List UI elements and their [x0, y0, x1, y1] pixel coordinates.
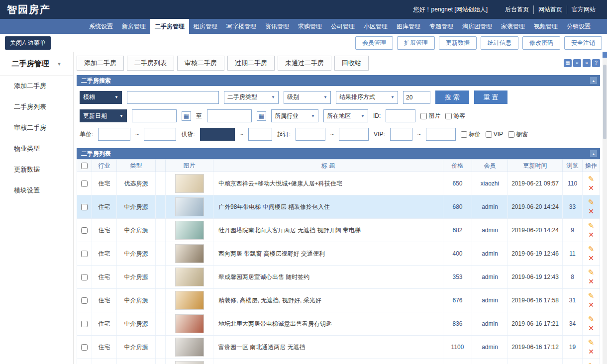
nav-tab[interactable]: 公司管理	[326, 19, 359, 34]
listing-thumbnail[interactable]	[175, 268, 204, 286]
row-checkbox[interactable]	[81, 344, 88, 351]
page-tab[interactable]: 添加二手房	[77, 56, 124, 71]
page-tab[interactable]: 回收站	[334, 56, 369, 71]
nav-tab[interactable]: 专题管理	[425, 19, 458, 34]
edit-icon[interactable]: ✎	[588, 245, 595, 254]
house-type-select[interactable]: 二手房类型 ▼	[224, 91, 279, 104]
scroll-up-arrow[interactable]	[603, 52, 607, 58]
sidebar-item[interactable]: 模块设置	[0, 180, 73, 201]
row-checkbox[interactable]	[81, 251, 88, 257]
row-checkbox[interactable]	[81, 227, 88, 234]
window-checkbox[interactable]	[508, 131, 514, 138]
scrollbar-thumb[interactable]	[603, 65, 607, 139]
min-order-min-input[interactable]	[296, 128, 325, 141]
date-from-input[interactable]	[132, 109, 177, 122]
delete-icon[interactable]: ✕	[588, 325, 594, 332]
vertical-scrollbar[interactable]	[603, 52, 607, 364]
date-to-input[interactable]	[207, 109, 252, 122]
sidebar-item[interactable]: 更新数据	[0, 159, 73, 180]
delete-icon[interactable]: ✕	[588, 231, 594, 239]
nav-tab[interactable]: 视频管理	[529, 19, 562, 34]
edit-icon[interactable]: ✎	[588, 339, 595, 347]
toolbar-button[interactable]: 统计信息	[481, 36, 518, 50]
row-checkbox[interactable]	[81, 204, 88, 210]
select-all-checkbox[interactable]	[81, 163, 88, 169]
listing-title-link[interactable]: 西向两居 带飘窗 高楼层视野好 交通便利	[218, 250, 325, 258]
listing-thumbnail[interactable]	[175, 221, 204, 240]
listing-thumbnail[interactable]	[175, 174, 204, 193]
row-checkbox[interactable]	[81, 321, 88, 327]
price-min-input[interactable]	[98, 128, 130, 141]
nav-tab[interactable]: 系统设置	[85, 19, 117, 34]
edit-icon[interactable]: ✎	[588, 292, 595, 300]
nav-tab[interactable]: 分销设置	[562, 19, 595, 34]
listing-thumbnail[interactable]	[175, 314, 204, 333]
listing-title-link[interactable]: 牡丹园塔院南北向大客厅两居 无遮挡 视野开阔 带电梯	[218, 226, 361, 235]
collapse-icon[interactable]: ▲	[590, 77, 597, 84]
search-button[interactable]: 搜 索	[435, 91, 469, 104]
delete-icon[interactable]: ✕	[588, 184, 594, 192]
edit-icon[interactable]: ✎	[588, 362, 595, 364]
next-icon[interactable]: »	[583, 59, 591, 67]
page-size-input[interactable]	[403, 91, 430, 104]
listing-title-link[interactable]: 翠成馨园两居室诚心出售 随时签约	[218, 273, 309, 281]
page-tab[interactable]: 过期二手房	[227, 56, 275, 71]
listing-title-link[interactable]: 中粮京西祥云+移动大悦城+健康人居+科技住宅	[218, 180, 342, 188]
edit-icon[interactable]: ✎	[588, 315, 595, 324]
nav-tab[interactable]: 二手房管理	[150, 19, 189, 34]
date-field-select[interactable]: 更新日期 ▼	[80, 109, 127, 122]
nav-tab[interactable]: 租房管理	[189, 19, 222, 34]
reset-button[interactable]: 重 置	[474, 91, 508, 104]
sidebar-item[interactable]: 二手房列表	[0, 96, 73, 117]
toolbar-button[interactable]: 扩展管理	[397, 36, 435, 50]
row-checkbox[interactable]	[81, 274, 88, 280]
delete-icon[interactable]: ✕	[588, 208, 594, 215]
vip-max-input[interactable]	[426, 128, 456, 141]
nav-tab[interactable]: 写字楼管理	[222, 19, 261, 34]
nav-tab[interactable]: 资讯管理	[261, 19, 294, 34]
delete-icon[interactable]: ✕	[588, 255, 594, 262]
supply-min-input[interactable]	[200, 128, 235, 141]
prev-icon[interactable]: «	[573, 59, 581, 67]
nav-tab[interactable]: 小区管理	[359, 19, 392, 34]
delete-icon[interactable]: ✕	[588, 301, 594, 309]
region-select[interactable]: 所在地区 ▼	[323, 109, 368, 122]
topbar-link[interactable]: 后台首页	[501, 5, 533, 14]
delete-icon[interactable]: ✕	[588, 278, 594, 285]
image-checkbox[interactable]	[420, 113, 427, 119]
nav-tab[interactable]: 淘房团管理	[458, 19, 497, 34]
row-checkbox[interactable]	[81, 181, 88, 187]
row-checkbox[interactable]	[81, 297, 88, 304]
listing-thumbnail[interactable]	[175, 338, 204, 357]
page-tab[interactable]: 未通过二手房	[278, 56, 331, 71]
keyword-input[interactable]	[127, 91, 219, 104]
vip-checkbox[interactable]	[486, 131, 492, 138]
fuzzy-select[interactable]: 模糊 ▼	[80, 91, 122, 104]
edit-icon[interactable]: ✎	[588, 222, 595, 230]
toolbar-button[interactable]: 更新数据	[439, 36, 477, 50]
sidebar-item[interactable]: 添加二手房	[0, 76, 73, 96]
close-left-menu-button[interactable]: 关闭左边菜单	[5, 36, 51, 50]
listing-thumbnail[interactable]	[175, 361, 204, 364]
supply-max-input[interactable]	[248, 128, 272, 141]
listing-title-link[interactable]: 地坛北里大两居带电梯诚意出售看房有钥匙	[218, 320, 332, 328]
listing-title-link[interactable]: 广外98年带电梯 中间楼层 精装修拎包入住	[218, 203, 330, 211]
listing-thumbnail[interactable]	[175, 291, 204, 310]
panel-icon[interactable]: ▦	[564, 59, 572, 67]
listing-thumbnail[interactable]	[175, 244, 204, 263]
edit-icon[interactable]: ✎	[588, 175, 595, 183]
listing-thumbnail[interactable]	[175, 197, 204, 216]
nav-tab[interactable]: 新房管理	[117, 19, 150, 34]
nav-tab[interactable]: 家装管理	[497, 19, 529, 34]
price-max-input[interactable]	[144, 128, 176, 141]
edit-icon[interactable]: ✎	[588, 269, 595, 277]
listing-title-link[interactable]: 精装修, 高楼层, 无遮挡, 视野好, 采光好	[218, 296, 321, 305]
level-select[interactable]: 级别 ▼	[284, 91, 331, 104]
sidebar-item[interactable]: 物业类型	[0, 138, 73, 159]
id-input[interactable]	[386, 109, 415, 122]
nav-tab[interactable]: 求购管理	[294, 19, 326, 34]
sort-select[interactable]: 结果排序方式 ▼	[336, 91, 398, 104]
toolbar-button[interactable]: 安全注销	[564, 36, 602, 50]
page-tab[interactable]: 审核二手房	[177, 56, 224, 71]
industry-select[interactable]: 所属行业 ▼	[271, 109, 318, 122]
